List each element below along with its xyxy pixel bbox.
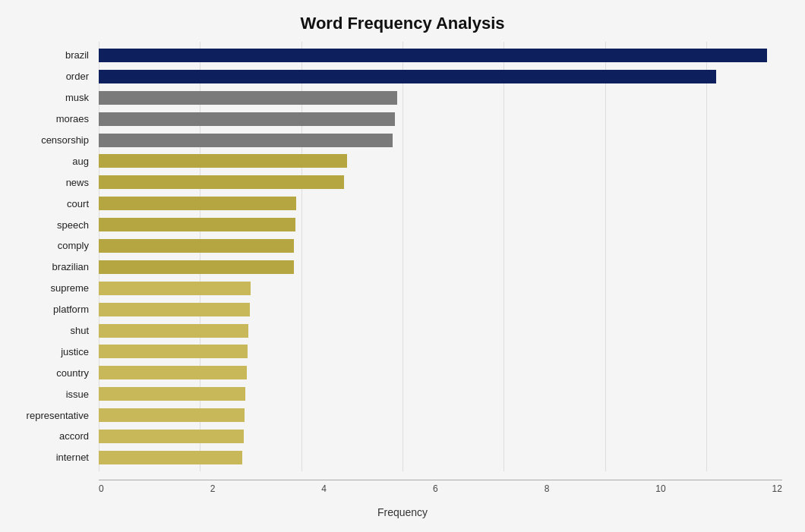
bar-row [99,174,782,190]
x-axis-label: Frequency [0,506,805,518]
bar-moraes [99,112,395,126]
x-tick: 0 [99,483,104,494]
x-tick: 8 [545,483,550,494]
x-tick: 4 [321,483,327,494]
bar-brazil [99,49,767,62]
bar-row [99,259,782,275]
bar-row [99,47,782,64]
bar-label-censorship: censorship [0,132,95,149]
bar-row [99,428,782,445]
bar-country [99,366,247,379]
bar-brazilian [99,260,294,274]
bar-comply [99,239,294,253]
bar-court [99,197,296,210]
bar-row [99,323,782,339]
bar-row [99,386,782,402]
bar-label-musk: musk [0,90,95,106]
bar-label-aug: aug [0,153,95,169]
bar-row [99,132,782,149]
bar-label-speech: speech [0,216,95,233]
bar-justice [99,345,248,358]
bar-label-court: court [0,195,95,212]
bar-label-order: order [0,68,95,85]
bar-label-internet: internet [0,449,95,466]
bar-row [99,449,782,466]
bar-row [99,195,782,212]
y-axis-labels: brazilordermuskmoraescensorshipaugnewsco… [0,42,95,471]
bar-row [99,216,782,233]
bar-speech [99,218,295,231]
bar-row [99,280,782,297]
bar-news [99,175,344,189]
bar-label-supreme: supreme [0,280,95,297]
bar-label-moraes: moraes [0,111,95,127]
bar-row [99,111,782,127]
bar-label-accord: accord [0,428,95,445]
bar-issue [99,387,245,401]
x-tick: 6 [433,483,438,494]
bar-row [99,301,782,318]
bar-musk [99,91,397,105]
bar-row [99,238,782,254]
bars-container [99,42,782,471]
chart-area [99,42,782,471]
bar-row [99,90,782,106]
bar-representative [99,408,245,422]
bar-supreme [99,282,251,295]
bar-censorship [99,134,393,147]
bar-platform [99,303,250,316]
bar-row [99,153,782,169]
chart-title: Word Frequency Analysis [0,0,805,41]
x-axis-line [99,480,782,480]
bar-label-brazilian: brazilian [0,259,95,275]
bar-label-justice: justice [0,343,95,360]
bar-row [99,343,782,360]
chart-container: Word Frequency Analysis brazilordermuskm… [0,0,805,532]
bar-internet [99,451,242,464]
bar-label-platform: platform [0,301,95,318]
x-tick: 10 [655,483,665,494]
bar-label-country: country [0,364,95,381]
bar-accord [99,430,244,443]
bar-order [99,70,716,83]
bar-label-shut: shut [0,323,95,339]
x-tick: 2 [210,483,216,494]
x-tick: 12 [772,483,782,494]
x-axis: 024681012 [99,483,782,494]
bar-aug [99,154,347,168]
bar-label-brazil: brazil [0,47,95,64]
bar-row [99,364,782,381]
bar-label-news: news [0,174,95,190]
bar-label-issue: issue [0,386,95,402]
bar-row [99,68,782,85]
bar-label-comply: comply [0,238,95,254]
bar-shut [99,324,248,338]
bar-label-representative: representative [0,407,95,423]
bar-row [99,407,782,423]
